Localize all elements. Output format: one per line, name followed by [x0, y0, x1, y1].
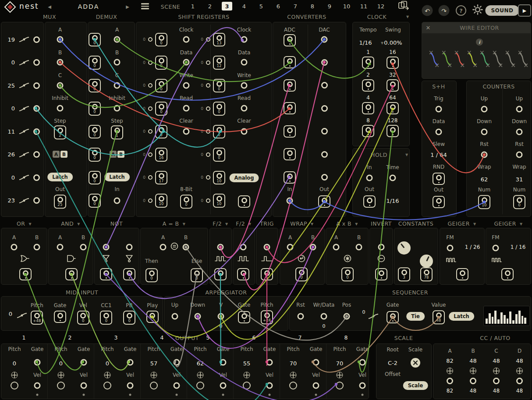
- clock-division-jack[interactable]: [387, 102, 399, 114]
- sr-tap-jack[interactable]: [206, 37, 210, 42]
- slider[interactable]: [18, 59, 30, 66]
- output-channel-number[interactable]: 1: [1, 334, 47, 341]
- sr-out-jack[interactable]: 10: [213, 171, 225, 185]
- scale-button[interactable]: Scale: [403, 381, 428, 390]
- cc-trim[interactable]: [470, 368, 476, 374]
- sr-right-mode-button[interactable]: Analog: [230, 173, 259, 182]
- arp-v-value[interactable]: 0: [220, 323, 223, 329]
- sr-right-write-jack[interactable]: [241, 82, 248, 89]
- vel-jack[interactable]: [220, 382, 227, 389]
- pitch-knob[interactable]: [336, 382, 344, 389]
- clock-division-jack[interactable]: [362, 102, 374, 114]
- constant1-jack[interactable]: 3: [398, 267, 410, 281]
- wire-preset-icon[interactable]: [479, 50, 490, 68]
- output-channel-number[interactable]: 6: [231, 334, 277, 341]
- and-out-jack[interactable]: [65, 268, 78, 280]
- wire-preset-icon[interactable]: [454, 50, 465, 68]
- seq-tie-button[interactable]: Tie: [406, 312, 425, 321]
- dac-bit-jack[interactable]: [321, 59, 328, 66]
- swing-value[interactable]: 0.00%: [384, 39, 402, 46]
- midi-jack[interactable]: [54, 311, 66, 323]
- slider-output-jack[interactable]: [33, 151, 40, 158]
- demux-output-jack[interactable]: 0: [89, 33, 101, 47]
- pitch-value[interactable]: 55: [243, 360, 251, 367]
- wire-preset-icon[interactable]: [518, 50, 528, 68]
- pitch-value[interactable]: 0: [59, 360, 63, 367]
- constant2-jack[interactable]: 78: [420, 267, 433, 281]
- sound-button[interactable]: SOUND: [485, 5, 519, 16]
- wrap-out-jack[interactable]: 0: [295, 267, 308, 281]
- demux-b-jack[interactable]: [114, 59, 121, 66]
- wire-preset-icon[interactable]: [429, 50, 440, 68]
- dac-out-jack[interactable]: [318, 195, 330, 208]
- sr-out-jack[interactable]: 0: [155, 125, 167, 139]
- mux-inhibit-jack[interactable]: [57, 105, 64, 112]
- sr-out-jack[interactable]: 0: [155, 102, 167, 116]
- or-out-jack[interactable]: [19, 268, 32, 280]
- demux-output-jack[interactable]: 0: [89, 171, 101, 185]
- adc-bit-jack[interactable]: [284, 56, 296, 68]
- adc-bit-jack[interactable]: [284, 79, 296, 92]
- counter1-wrap-value[interactable]: 62: [481, 176, 488, 183]
- seq-value-jack[interactable]: 48: [433, 310, 445, 324]
- arp-down-jack[interactable]: [195, 313, 201, 320]
- constant2-knob[interactable]: [420, 255, 433, 268]
- dac-bit-jack[interactable]: [321, 105, 328, 112]
- pitch-value[interactable]: 70: [336, 360, 344, 367]
- pitch-value[interactable]: 0: [106, 360, 109, 367]
- sr-tap-jack[interactable]: [206, 198, 210, 203]
- sr-tap-jack[interactable]: [148, 83, 153, 88]
- hold-in-jack[interactable]: [366, 175, 373, 181]
- cc-value[interactable]: 48: [516, 358, 523, 364]
- scene-number[interactable]: 6: [273, 2, 284, 11]
- sr-out-jack[interactable]: 13: [213, 33, 225, 47]
- scene-number[interactable]: 7: [290, 2, 301, 11]
- slider[interactable]: [18, 174, 30, 181]
- slider[interactable]: [18, 197, 30, 204]
- arp-v-jack[interactable]: [218, 313, 224, 320]
- dac-top-jack[interactable]: [321, 36, 328, 43]
- demux-step-jack[interactable]: 1: [111, 125, 123, 139]
- pitch-value[interactable]: 70: [290, 360, 297, 367]
- demux-ab-toggle[interactable]: AB: [110, 151, 124, 158]
- aeqb-a-jack[interactable]: [160, 244, 167, 251]
- midi-jack[interactable]: [146, 311, 159, 323]
- scene-number[interactable]: 12: [376, 2, 386, 11]
- slider[interactable]: [18, 105, 30, 112]
- sr-out-jack[interactable]: 0: [213, 125, 225, 139]
- pitch-value[interactable]: 57: [150, 360, 158, 367]
- and-b-jack[interactable]: [80, 244, 87, 251]
- pitch-knob[interactable]: [150, 382, 158, 389]
- sr-out-jack[interactable]: 0: [213, 148, 225, 162]
- slider-output-jack[interactable]: [33, 36, 40, 43]
- sr-out-jack[interactable]: 0: [213, 79, 225, 93]
- sr-tap-jack[interactable]: [148, 37, 153, 42]
- counter2-up-jack[interactable]: [516, 106, 523, 113]
- mux-latch-button[interactable]: Latch: [47, 173, 73, 181]
- sr-tap-jack[interactable]: [148, 60, 153, 65]
- scale-edit-button[interactable]: [411, 358, 420, 368]
- cc-jack[interactable]: [516, 378, 523, 384]
- f2a-out-jack[interactable]: [214, 268, 227, 280]
- slider[interactable]: [18, 82, 30, 89]
- cc-value[interactable]: 82: [446, 358, 454, 364]
- seq-rst-jack[interactable]: [298, 313, 304, 320]
- adc-bit-jack[interactable]: [284, 125, 296, 138]
- sr-right-data-jack[interactable]: [241, 59, 248, 66]
- axb-out-jack[interactable]: 0: [341, 267, 354, 281]
- wrap-a-jack[interactable]: [287, 244, 294, 251]
- scene-copy-icon[interactable]: [397, 0, 410, 12]
- pitch-trim[interactable]: [244, 372, 250, 379]
- sr-tap-jack[interactable]: [206, 175, 210, 180]
- slider-value[interactable]: 25: [4, 82, 15, 89]
- sr-left-read-jack[interactable]: [183, 105, 190, 112]
- dac-bit-jack[interactable]: [321, 82, 328, 88]
- redo-button[interactable]: ↷: [439, 5, 450, 16]
- demux-output-jack[interactable]: 0: [89, 148, 101, 162]
- f2b-out-jack[interactable]: [237, 268, 249, 280]
- sr-tap-jack[interactable]: [148, 175, 153, 180]
- sr-tap-jack[interactable]: [148, 152, 153, 157]
- mux-c-jack[interactable]: [57, 82, 64, 89]
- adc-top-jack[interactable]: [284, 34, 296, 46]
- sr-left-data-jack[interactable]: [183, 59, 190, 66]
